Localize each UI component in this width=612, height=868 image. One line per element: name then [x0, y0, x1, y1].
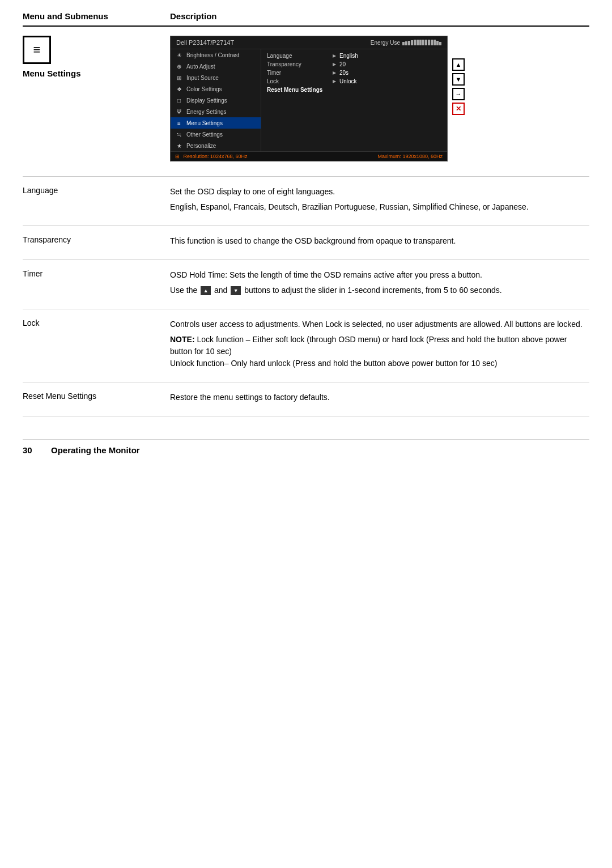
header-menu-col: Menu and Submenus: [23, 11, 170, 21]
table-row: Lock Controls user access to adjustments…: [23, 309, 589, 382]
table-row: Timer OSD Hold Time: Sets the length of …: [23, 260, 589, 309]
osd-screenshot: Dell P2314T/P2714T Energy Use: [170, 36, 448, 167]
desc-cell-timer: OSD Hold Time: Sets the length of time t…: [170, 260, 589, 309]
osd-title-bar: Dell P2314T/P2714T Energy Use: [171, 36, 447, 49]
osd-resolution: ⊞ Resolution: 1024x768, 60Hz: [175, 154, 248, 159]
menu-settings-label: Menu Settings: [23, 69, 81, 78]
bar-seg-7: [419, 40, 422, 45]
osd-transparency-value: 20: [339, 61, 346, 67]
osd-item-input-source[interactable]: ⊞ Input Source: [171, 72, 261, 83]
osd-item-color-settings[interactable]: ❖ Color Settings: [171, 83, 261, 95]
osd-menu-left: ☀ Brightness / Contrast ⊕ Auto Adjust ⊞ …: [171, 49, 261, 151]
energy-settings-icon: Ψ: [175, 108, 183, 116]
menu-cell-lock: Lock: [23, 309, 170, 382]
nav-right-button[interactable]: →: [452, 88, 465, 100]
table-header: Menu and Submenus Description: [23, 11, 589, 27]
osd-item-energy-settings[interactable]: Ψ Energy Settings: [171, 106, 261, 117]
osd-right-transparency: Transparency ▶ 20: [261, 60, 447, 69]
osd-item-color-settings-label: Color Settings: [186, 86, 222, 92]
nav-close-button[interactable]: ✕: [452, 103, 465, 115]
osd-title: Dell P2314T/P2714T: [176, 39, 234, 46]
osd-body: ☀ Brightness / Contrast ⊕ Auto Adjust ⊞ …: [171, 49, 447, 151]
bar-seg-13: [436, 41, 439, 45]
bar-seg-2: [405, 41, 407, 45]
bar-seg-11: [431, 40, 433, 45]
osd-item-auto-adjust-label: Auto Adjust: [186, 63, 215, 70]
bar-seg-4: [411, 40, 413, 45]
page-number: 30: [23, 445, 40, 455]
table-row: Transparency This function is used to ch…: [23, 226, 589, 260]
language-desc-1: Set the OSD display to one of eight lang…: [170, 186, 589, 198]
menu-cell-transparency: Transparency: [23, 226, 170, 260]
osd-right-reset: Reset Menu Settings: [261, 86, 447, 94]
osd-res-text: Resolution: 1024x768, 60Hz: [184, 154, 248, 159]
bar-seg-8: [422, 40, 424, 45]
osd-item-menu-settings-label: Menu Settings: [186, 120, 223, 126]
bar-seg-14: [439, 42, 441, 45]
osd-item-display-settings-label: Display Settings: [186, 97, 227, 104]
menu-cell-menu-settings: ≡ Menu Settings: [23, 27, 170, 177]
header-desc-col: Description: [170, 11, 589, 21]
osd-max-res: Maximum: 1920x1080, 60Hz: [377, 154, 443, 159]
lock-note-bold: NOTE:: [170, 335, 195, 344]
osd-reset-label: Reset Menu Settings: [267, 87, 329, 93]
osd-item-input-source-label: Input Source: [186, 75, 219, 81]
osd-timer-value: 20s: [339, 70, 348, 76]
bar-seg-1: [402, 42, 405, 45]
osd-item-other-settings[interactable]: ≒ Other Settings: [171, 129, 261, 140]
triangle-down-icon: ▼: [231, 286, 241, 295]
resolution-icon: ⊞: [175, 154, 180, 159]
lock-label: Lock: [23, 318, 40, 327]
osd-item-menu-settings[interactable]: ≡ Menu Settings: [171, 117, 261, 129]
osd-item-auto-adjust[interactable]: ⊕ Auto Adjust: [171, 61, 261, 72]
nav-down-button[interactable]: ▼: [452, 73, 465, 86]
menu-settings-group: ≡ Menu Settings: [23, 36, 170, 78]
brightness-icon: ☀: [175, 51, 183, 59]
menu-settings-icon: ≡: [23, 36, 51, 64]
bar-seg-3: [408, 41, 410, 45]
osd-lock-arrow: ▶: [333, 79, 336, 84]
osd-language-arrow: ▶: [333, 53, 336, 58]
osd-language-value: English: [339, 53, 358, 59]
osd-right-timer: Timer ▶ 20s: [261, 69, 447, 77]
timer-label: Timer: [23, 269, 42, 278]
nav-up-button[interactable]: ▲: [452, 58, 465, 71]
menu-cell-reset: Reset Menu Settings: [23, 382, 170, 416]
display-settings-icon: □: [175, 96, 183, 104]
osd-item-display-settings[interactable]: □ Display Settings: [171, 95, 261, 106]
bar-seg-9: [425, 40, 427, 45]
desc-cell-language: Set the OSD display to one of eight lang…: [170, 177, 589, 226]
desc-cell-reset: Restore the menu settings to factory def…: [170, 382, 589, 416]
input-source-icon: ⊞: [175, 74, 183, 82]
table-row: ≡ Menu Settings Dell P2314T/P2714T Energ…: [23, 27, 589, 177]
lock-desc-2: NOTE: Lock function – Either soft lock (…: [170, 334, 589, 369]
table-row: Reset Menu Settings Restore the menu set…: [23, 382, 589, 416]
osd-transparency-arrow: ▶: [333, 62, 336, 67]
osd-timer-arrow: ▶: [333, 70, 336, 75]
osd-right-lock: Lock ▶ Unlock: [261, 77, 447, 86]
osd-item-energy-settings-label: Energy Settings: [186, 109, 227, 115]
personalize-icon: ★: [175, 142, 183, 150]
osd-footer: ⊞ Resolution: 1024x768, 60Hz Maximum: 19…: [171, 151, 447, 161]
menu-settings-osd-icon: ≡: [175, 119, 183, 127]
language-desc-2: English, Espanol, Francais, Deutsch, Bra…: [170, 201, 589, 213]
menu-cell-timer: Timer: [23, 260, 170, 309]
desc-cell-transparency: This function is used to change the OSD …: [170, 226, 589, 260]
lock-desc-1: Controls user access to adjustments. Whe…: [170, 318, 589, 330]
osd-display: Dell P2314T/P2714T Energy Use: [170, 36, 448, 161]
color-settings-icon: ❖: [175, 85, 183, 93]
page-footer: 30 Operating the Monitor: [23, 439, 589, 455]
osd-nav-buttons: ▲ ▼ → ✕: [452, 58, 465, 115]
bar-seg-6: [416, 40, 419, 45]
menu-cell-language: Language: [23, 177, 170, 226]
bar-seg-5: [414, 40, 416, 45]
page-section-title: Operating the Monitor: [51, 445, 140, 455]
osd-item-brightness[interactable]: ☀ Brightness / Contrast: [171, 49, 261, 61]
osd-right-language: Language ▶ English: [261, 52, 447, 60]
bar-seg-12: [434, 40, 436, 45]
triangle-up-icon: ▲: [201, 286, 211, 295]
osd-item-personalize[interactable]: ★ Personalize: [171, 140, 261, 151]
timer-desc-2: Use the ▲ and ▼ buttons to adjust the sl…: [170, 284, 589, 296]
desc-cell-menu-settings: Dell P2314T/P2714T Energy Use: [170, 27, 589, 177]
osd-energy-bar: Energy Use: [371, 40, 441, 46]
